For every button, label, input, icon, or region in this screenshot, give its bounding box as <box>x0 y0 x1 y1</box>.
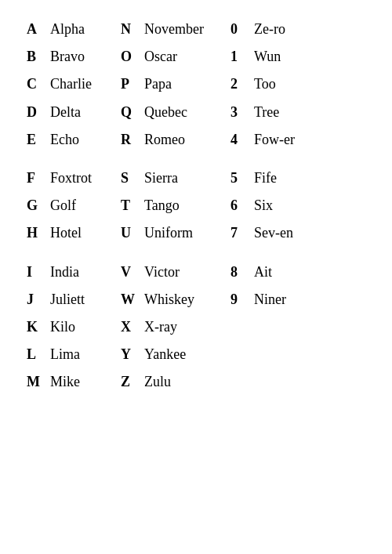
cell-row8-col5: Sev-en <box>251 219 314 247</box>
cell-row11-col3: Whiskey <box>141 286 227 313</box>
cell-row6-col0: F <box>24 165 47 192</box>
cell-row6-col3: Sierra <box>141 165 227 192</box>
cell-row2-col4: 2 <box>227 71 251 98</box>
cell-row13-col2: Y <box>118 341 141 368</box>
cell-row14-col2: Z <box>118 368 141 396</box>
cell-row11-col1: Juliett <box>47 286 118 313</box>
cell-row6-col5: Fife <box>251 165 314 192</box>
cell-row13-col3: Yankee <box>141 341 227 368</box>
cell-row10-col0: I <box>24 259 47 286</box>
cell-row13-col0: L <box>24 341 47 368</box>
cell-row4-col0: E <box>24 126 47 154</box>
cell-row0-col3: November <box>141 16 227 43</box>
cell-row2-col0: C <box>24 71 47 98</box>
cell-row3-col4: 3 <box>227 99 251 126</box>
cell-row11-col2: W <box>118 286 141 313</box>
cell-row8-col1: Hotel <box>47 219 118 247</box>
cell-row14-col1: Mike <box>47 368 118 396</box>
spacer-row <box>24 154 314 165</box>
cell-row13-col1: Lima <box>47 341 118 368</box>
cell-row10-col1: India <box>47 259 118 286</box>
cell-row7-col5: Six <box>251 192 314 219</box>
cell-row11-col5: Niner <box>251 286 314 313</box>
cell-row8-col3: Uniform <box>141 219 227 247</box>
cell-row2-col2: P <box>118 71 141 98</box>
cell-row10-col3: Victor <box>141 259 227 286</box>
cell-row14-col3: Zulu <box>141 368 227 396</box>
cell-row4-col1: Echo <box>47 126 118 154</box>
phonetic-alphabet-grid: AAlphaNNovember0Ze-roBBravoOOscar1WunCCh… <box>24 16 368 396</box>
cell-row6-col4: 5 <box>227 165 251 192</box>
cell-row4-col4: 4 <box>227 126 251 154</box>
cell-row1-col3: Oscar <box>141 43 227 71</box>
cell-row0-col1: Alpha <box>47 16 118 43</box>
cell-row12-col1: Kilo <box>47 313 118 341</box>
cell-row8-col4: 7 <box>227 219 251 247</box>
cell-row1-col1: Bravo <box>47 43 118 71</box>
cell-row8-col0: H <box>24 219 47 247</box>
cell-row12-col2: X <box>118 313 141 341</box>
cell-row10-col2: V <box>118 259 141 286</box>
cell-row0-col0: A <box>24 16 47 43</box>
cell-row7-col2: T <box>118 192 141 219</box>
cell-row2-col5: Too <box>251 71 314 98</box>
cell-row13-col5 <box>251 341 314 349</box>
cell-row0-col5: Ze-ro <box>251 16 314 43</box>
cell-row7-col4: 6 <box>227 192 251 219</box>
cell-row1-col4: 1 <box>227 43 251 71</box>
cell-row7-col0: G <box>24 192 47 219</box>
cell-row3-col3: Quebec <box>141 99 227 126</box>
cell-row2-col3: Papa <box>141 71 227 98</box>
cell-row14-col5 <box>251 368 314 376</box>
cell-row6-col1: Foxtrot <box>47 165 118 192</box>
cell-row3-col5: Tree <box>251 99 314 126</box>
cell-row0-col4: 0 <box>227 16 251 43</box>
cell-row0-col2: N <box>118 16 141 43</box>
cell-row4-col2: R <box>118 126 141 154</box>
cell-row1-col0: B <box>24 43 47 71</box>
cell-row11-col0: J <box>24 286 47 313</box>
cell-row3-col0: D <box>24 99 47 126</box>
cell-row10-col4: 8 <box>227 259 251 286</box>
cell-row11-col4: 9 <box>227 286 251 313</box>
cell-row14-col0: M <box>24 368 47 396</box>
cell-row12-col5 <box>251 313 314 321</box>
cell-row4-col5: Fow-er <box>251 126 314 154</box>
cell-row12-col4 <box>227 313 251 321</box>
spacer-row <box>24 248 314 259</box>
cell-row3-col1: Delta <box>47 99 118 126</box>
cell-row8-col2: U <box>118 219 141 247</box>
cell-row6-col2: S <box>118 165 141 192</box>
cell-row2-col1: Charlie <box>47 71 118 98</box>
cell-row10-col5: Ait <box>251 259 314 286</box>
cell-row13-col4 <box>227 341 251 349</box>
cell-row12-col3: X-ray <box>141 313 227 341</box>
cell-row12-col0: K <box>24 313 47 341</box>
cell-row1-col5: Wun <box>251 43 314 71</box>
cell-row3-col2: Q <box>118 99 141 126</box>
cell-row7-col1: Golf <box>47 192 118 219</box>
cell-row14-col4 <box>227 368 251 376</box>
cell-row1-col2: O <box>118 43 141 71</box>
cell-row4-col3: Romeo <box>141 126 227 154</box>
cell-row7-col3: Tango <box>141 192 227 219</box>
